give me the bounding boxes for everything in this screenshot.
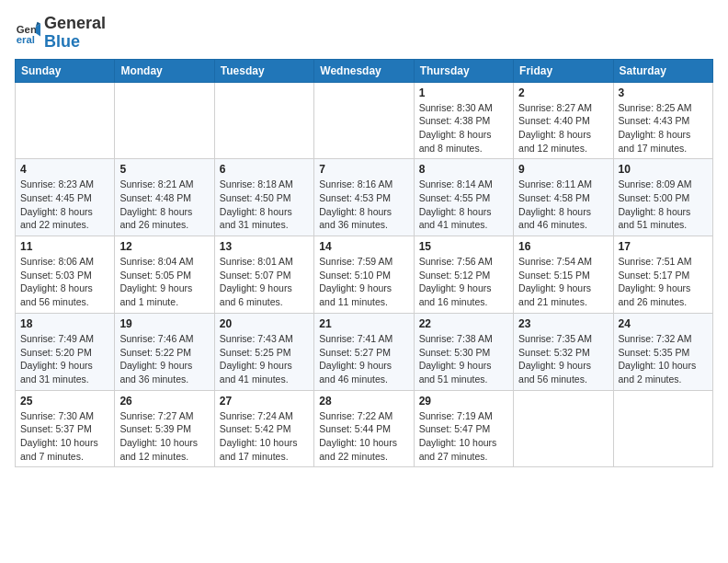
day-number: 29 [419, 395, 508, 408]
calendar-cell [314, 82, 414, 159]
weekday-header: Wednesday [314, 59, 414, 82]
day-info: Sunrise: 7:59 AM Sunset: 5:10 PM Dayligh… [319, 255, 408, 309]
day-info: Sunrise: 8:06 AM Sunset: 5:03 PM Dayligh… [20, 255, 109, 309]
calendar-cell: 16Sunrise: 7:54 AM Sunset: 5:15 PM Dayli… [514, 236, 613, 314]
day-number: 24 [619, 317, 708, 330]
day-number: 20 [220, 317, 309, 330]
day-info: Sunrise: 8:27 AM Sunset: 4:40 PM Dayligh… [518, 101, 608, 155]
calendar-cell: 2Sunrise: 8:27 AM Sunset: 4:40 PM Daylig… [514, 82, 613, 159]
calendar-cell [115, 82, 214, 159]
logo-text: GeneralBlue [44, 15, 106, 52]
day-info: Sunrise: 7:30 AM Sunset: 5:37 PM Dayligh… [20, 409, 109, 464]
calendar-cell: 21Sunrise: 7:41 AM Sunset: 5:27 PM Dayli… [314, 313, 414, 390]
day-number: 22 [419, 317, 508, 330]
calendar-cell: 11Sunrise: 8:06 AM Sunset: 5:03 PM Dayli… [16, 236, 115, 314]
calendar-cell: 23Sunrise: 7:35 AM Sunset: 5:32 PM Dayli… [514, 313, 613, 390]
calendar-cell: 3Sunrise: 8:25 AM Sunset: 4:43 PM Daylig… [613, 82, 712, 159]
calendar-week-row: 4Sunrise: 8:23 AM Sunset: 4:45 PM Daylig… [16, 159, 713, 236]
weekday-header: Sunday [16, 59, 115, 82]
calendar-cell: 15Sunrise: 7:56 AM Sunset: 5:12 PM Dayli… [414, 236, 513, 314]
day-info: Sunrise: 8:04 AM Sunset: 5:05 PM Dayligh… [119, 255, 209, 309]
day-number: 28 [319, 395, 408, 408]
calendar-cell: 25Sunrise: 7:30 AM Sunset: 5:37 PM Dayli… [16, 390, 115, 467]
day-info: Sunrise: 7:41 AM Sunset: 5:27 PM Dayligh… [319, 332, 408, 386]
calendar-week-row: 11Sunrise: 8:06 AM Sunset: 5:03 PM Dayli… [16, 236, 713, 314]
day-info: Sunrise: 8:11 AM Sunset: 4:58 PM Dayligh… [518, 178, 608, 232]
day-info: Sunrise: 8:30 AM Sunset: 4:38 PM Dayligh… [419, 101, 508, 155]
calendar-cell: 10Sunrise: 8:09 AM Sunset: 5:00 PM Dayli… [613, 159, 712, 236]
calendar-week-row: 18Sunrise: 7:49 AM Sunset: 5:20 PM Dayli… [16, 313, 713, 390]
calendar-cell: 8Sunrise: 8:14 AM Sunset: 4:55 PM Daylig… [414, 159, 513, 236]
day-number: 8 [419, 163, 508, 176]
calendar-week-row: 25Sunrise: 7:30 AM Sunset: 5:37 PM Dayli… [16, 390, 713, 467]
day-info: Sunrise: 7:46 AM Sunset: 5:22 PM Dayligh… [119, 332, 209, 386]
day-number: 16 [518, 240, 608, 253]
day-info: Sunrise: 8:18 AM Sunset: 4:50 PM Dayligh… [220, 178, 309, 232]
day-info: Sunrise: 7:22 AM Sunset: 5:44 PM Dayligh… [319, 409, 408, 464]
calendar-cell: 26Sunrise: 7:27 AM Sunset: 5:39 PM Dayli… [115, 390, 214, 467]
weekday-header: Saturday [613, 59, 712, 82]
calendar-cell: 22Sunrise: 7:38 AM Sunset: 5:30 PM Dayli… [414, 313, 513, 390]
day-number: 11 [20, 240, 109, 253]
day-number: 26 [119, 395, 209, 408]
calendar-cell [214, 82, 313, 159]
calendar-cell: 18Sunrise: 7:49 AM Sunset: 5:20 PM Dayli… [16, 313, 115, 390]
day-info: Sunrise: 8:01 AM Sunset: 5:07 PM Dayligh… [220, 255, 309, 309]
calendar-cell: 5Sunrise: 8:21 AM Sunset: 4:48 PM Daylig… [115, 159, 214, 236]
day-number: 3 [619, 86, 708, 99]
calendar-cell: 6Sunrise: 8:18 AM Sunset: 4:50 PM Daylig… [214, 159, 313, 236]
day-info: Sunrise: 7:38 AM Sunset: 5:30 PM Dayligh… [419, 332, 508, 386]
calendar-cell [16, 82, 115, 159]
calendar-cell: 4Sunrise: 8:23 AM Sunset: 4:45 PM Daylig… [16, 159, 115, 236]
logo-icon: Gen eral [15, 20, 40, 46]
weekday-header: Tuesday [214, 59, 313, 82]
calendar-cell: 27Sunrise: 7:24 AM Sunset: 5:42 PM Dayli… [214, 390, 313, 467]
day-number: 10 [619, 163, 708, 176]
day-number: 14 [319, 240, 408, 253]
calendar-cell: 19Sunrise: 7:46 AM Sunset: 5:22 PM Dayli… [115, 313, 214, 390]
calendar-cell: 7Sunrise: 8:16 AM Sunset: 4:53 PM Daylig… [314, 159, 414, 236]
calendar-cell: 12Sunrise: 8:04 AM Sunset: 5:05 PM Dayli… [115, 236, 214, 314]
calendar-cell: 29Sunrise: 7:19 AM Sunset: 5:47 PM Dayli… [414, 390, 513, 467]
calendar-week-row: 1Sunrise: 8:30 AM Sunset: 4:38 PM Daylig… [16, 82, 713, 159]
calendar-cell: 17Sunrise: 7:51 AM Sunset: 5:17 PM Dayli… [613, 236, 712, 314]
calendar-header-row: SundayMondayTuesdayWednesdayThursdayFrid… [16, 59, 713, 82]
day-number: 19 [119, 317, 209, 330]
day-number: 17 [619, 240, 708, 253]
day-number: 18 [20, 317, 109, 330]
day-info: Sunrise: 8:09 AM Sunset: 5:00 PM Dayligh… [619, 178, 708, 232]
day-info: Sunrise: 7:35 AM Sunset: 5:32 PM Dayligh… [518, 332, 608, 386]
calendar-cell [613, 390, 712, 467]
day-number: 15 [419, 240, 508, 253]
calendar-table: SundayMondayTuesdayWednesdayThursdayFrid… [15, 59, 713, 468]
weekday-header: Friday [514, 59, 613, 82]
day-number: 13 [220, 240, 309, 253]
day-number: 7 [319, 163, 408, 176]
day-info: Sunrise: 7:24 AM Sunset: 5:42 PM Dayligh… [220, 409, 309, 464]
day-number: 1 [419, 86, 508, 99]
day-info: Sunrise: 8:14 AM Sunset: 4:55 PM Dayligh… [419, 178, 508, 232]
weekday-header: Monday [115, 59, 214, 82]
weekday-header: Thursday [414, 59, 513, 82]
day-info: Sunrise: 8:16 AM Sunset: 4:53 PM Dayligh… [319, 178, 408, 232]
page-header: Gen eral GeneralBlue [15, 15, 713, 52]
day-info: Sunrise: 7:49 AM Sunset: 5:20 PM Dayligh… [20, 332, 109, 386]
day-info: Sunrise: 7:27 AM Sunset: 5:39 PM Dayligh… [119, 409, 209, 464]
day-number: 21 [319, 317, 408, 330]
day-info: Sunrise: 7:32 AM Sunset: 5:35 PM Dayligh… [619, 332, 708, 386]
day-number: 23 [518, 317, 608, 330]
day-number: 6 [220, 163, 309, 176]
calendar-cell: 24Sunrise: 7:32 AM Sunset: 5:35 PM Dayli… [613, 313, 712, 390]
day-info: Sunrise: 8:23 AM Sunset: 4:45 PM Dayligh… [20, 178, 109, 232]
day-number: 27 [220, 395, 309, 408]
day-number: 2 [518, 86, 608, 99]
day-info: Sunrise: 7:54 AM Sunset: 5:15 PM Dayligh… [518, 255, 608, 309]
logo: Gen eral GeneralBlue [15, 15, 106, 52]
calendar-cell: 14Sunrise: 7:59 AM Sunset: 5:10 PM Dayli… [314, 236, 414, 314]
day-info: Sunrise: 8:25 AM Sunset: 4:43 PM Dayligh… [619, 101, 708, 155]
day-info: Sunrise: 7:56 AM Sunset: 5:12 PM Dayligh… [419, 255, 508, 309]
day-info: Sunrise: 7:51 AM Sunset: 5:17 PM Dayligh… [619, 255, 708, 309]
calendar-cell: 20Sunrise: 7:43 AM Sunset: 5:25 PM Dayli… [214, 313, 313, 390]
day-info: Sunrise: 7:43 AM Sunset: 5:25 PM Dayligh… [220, 332, 309, 386]
day-number: 5 [119, 163, 209, 176]
